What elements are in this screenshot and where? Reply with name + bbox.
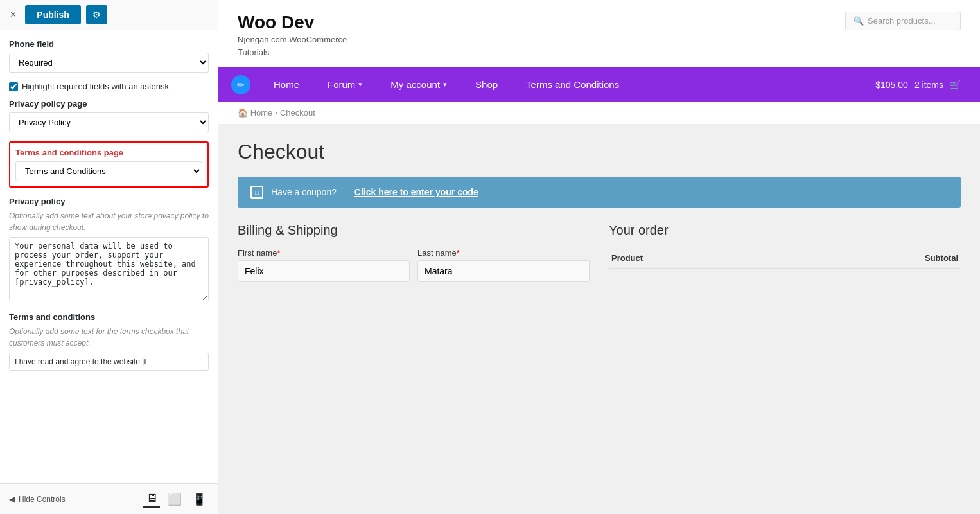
breadcrumb-separator: › (275, 108, 280, 118)
coupon-square-icon: □ (255, 189, 259, 196)
highlight-required-checkbox[interactable] (9, 82, 18, 91)
terms-conditions-page-label: Terms and conditions page (15, 148, 202, 157)
first-name-group: First name* (238, 248, 410, 282)
terms-conditions-text-label: Terms and conditions (9, 312, 209, 322)
search-placeholder: Search products... (868, 16, 936, 26)
coupon-link[interactable]: Click here to enter your code (354, 187, 478, 197)
preview-size-icons: 🖥 ⬜ 📱 (143, 490, 209, 508)
nav-item-my-account[interactable]: My account ▾ (376, 67, 461, 102)
nav-cart[interactable]: $105.00 2 items 🛒 (869, 68, 967, 102)
nav-item-shop[interactable]: Shop (461, 67, 512, 102)
last-name-required-star: * (457, 248, 460, 258)
site-title: Woo Dev (238, 12, 347, 33)
cart-icon: 🛒 (950, 80, 961, 90)
privacy-policy-text-label: Privacy policy (9, 197, 209, 206)
search-box[interactable]: 🔍 Search products... (845, 12, 961, 30)
highlight-checkbox-row: Highlight required fields with an asteri… (9, 82, 209, 91)
last-name-label: Last name* (417, 248, 590, 258)
site-navigation: ✏ Home Forum ▾ My account ▾ Shop Terms a… (218, 67, 980, 102)
site-header: Woo Dev Njengah.com WooCommerce Tutorial… (218, 0, 980, 67)
terms-conditions-page-section: Terms and conditions page Terms and Cond… (9, 141, 209, 188)
order-table: Product Subtotal (609, 248, 961, 269)
nav-edit-icon[interactable]: ✏ (231, 75, 250, 94)
phone-field-section: Phone field Required Optional Hidden (9, 39, 209, 73)
last-name-input[interactable] (417, 260, 590, 282)
terms-conditions-input[interactable] (9, 353, 209, 371)
billing-shipping-section: Billing & Shipping First name* Last name… (238, 223, 590, 290)
site-subtitle-line2: Tutorials (238, 46, 347, 60)
order-product-header: Product (609, 248, 780, 269)
terms-conditions-note: Optionally add some text for the terms c… (9, 326, 209, 349)
checkout-title: Checkout (238, 140, 961, 164)
cart-items-count: 2 items (914, 80, 943, 90)
phone-field-select[interactable]: Required Optional Hidden (9, 53, 209, 73)
hide-controls-arrow-icon: ◀ (9, 495, 15, 504)
hide-controls-button[interactable]: ◀ Hide Controls (9, 495, 66, 504)
mobile-preview-button[interactable]: 📱 (189, 490, 209, 508)
nav-item-home[interactable]: Home (259, 67, 313, 102)
terms-conditions-text-section: Terms and conditions Optionally add some… (9, 312, 209, 371)
coupon-bar: □ Have a coupon? Click here to enter you… (238, 177, 961, 208)
desktop-preview-button[interactable]: 🖥 (143, 490, 160, 508)
my-account-chevron-icon: ▾ (443, 80, 447, 89)
publish-button[interactable]: Publish (25, 5, 81, 24)
settings-gear-button[interactable]: ⚙ (86, 5, 107, 24)
site-subtitle-line1: Njengah.com WooCommerce (238, 33, 347, 47)
your-order-section: Your order Product Subtotal (609, 223, 961, 290)
privacy-policy-page-select[interactable]: Privacy Policy (9, 112, 209, 132)
forum-chevron-icon: ▾ (358, 80, 362, 89)
order-subtotal-header: Subtotal (780, 248, 961, 269)
privacy-policy-page-label: Privacy policy page (9, 99, 209, 109)
coupon-text: Have a coupon? (271, 187, 337, 197)
breadcrumb-current: Checkout (280, 108, 315, 118)
checkout-area: Checkout □ Have a coupon? Click here to … (218, 125, 980, 514)
privacy-policy-page-section: Privacy policy page Privacy Policy (9, 99, 209, 132)
site-branding: Woo Dev Njengah.com WooCommerce Tutorial… (238, 12, 347, 60)
right-panel: Woo Dev Njengah.com WooCommerce Tutorial… (218, 0, 980, 514)
nav-items: Home Forum ▾ My account ▾ Shop Terms and… (259, 67, 869, 102)
left-panel: × Publish ⚙ Phone field Required Optiona… (0, 0, 218, 514)
nav-shop-label: Shop (475, 79, 498, 90)
nav-item-terms[interactable]: Terms and Conditions (512, 67, 633, 102)
first-name-required-star: * (277, 248, 280, 258)
privacy-policy-note: Optionally add some text about your stor… (9, 210, 209, 233)
coupon-icon: □ (250, 186, 263, 199)
checkout-columns: Billing & Shipping First name* Last name… (238, 223, 961, 290)
nav-item-forum[interactable]: Forum ▾ (313, 67, 376, 102)
phone-field-label: Phone field (9, 39, 209, 49)
left-panel-content: Phone field Required Optional Hidden Hig… (0, 30, 218, 483)
first-name-input[interactable] (238, 260, 410, 282)
breadcrumb-home-link[interactable]: Home (250, 108, 273, 118)
search-icon: 🔍 (853, 16, 864, 26)
left-panel-footer: ◀ Hide Controls 🖥 ⬜ 📱 (0, 483, 218, 514)
nav-forum-label: Forum (328, 79, 355, 90)
privacy-policy-textarea[interactable]: Your personal data will be used to proce… (9, 237, 209, 301)
home-icon-breadcrumb: 🏠 (238, 108, 248, 118)
highlight-required-label: Highlight required fields with an asteri… (22, 82, 169, 91)
close-button[interactable]: × (6, 8, 20, 22)
billing-shipping-title: Billing & Shipping (238, 223, 590, 238)
privacy-policy-text-section: Privacy policy Optionally add some text … (9, 197, 209, 303)
breadcrumb-bar: 🏠 Home › Checkout (218, 102, 980, 125)
your-order-title: Your order (609, 223, 961, 238)
nav-terms-label: Terms and Conditions (526, 79, 619, 90)
first-name-label: First name* (238, 248, 410, 258)
hide-controls-label: Hide Controls (19, 495, 66, 504)
tablet-preview-button[interactable]: ⬜ (165, 490, 184, 508)
cart-amount: $105.00 (875, 80, 908, 90)
nav-home-label: Home (274, 79, 299, 90)
nav-my-account-label: My account (390, 79, 440, 90)
left-toolbar: × Publish ⚙ (0, 0, 218, 30)
terms-conditions-page-select[interactable]: Terms and Conditions (15, 161, 202, 181)
last-name-group: Last name* (417, 248, 590, 282)
